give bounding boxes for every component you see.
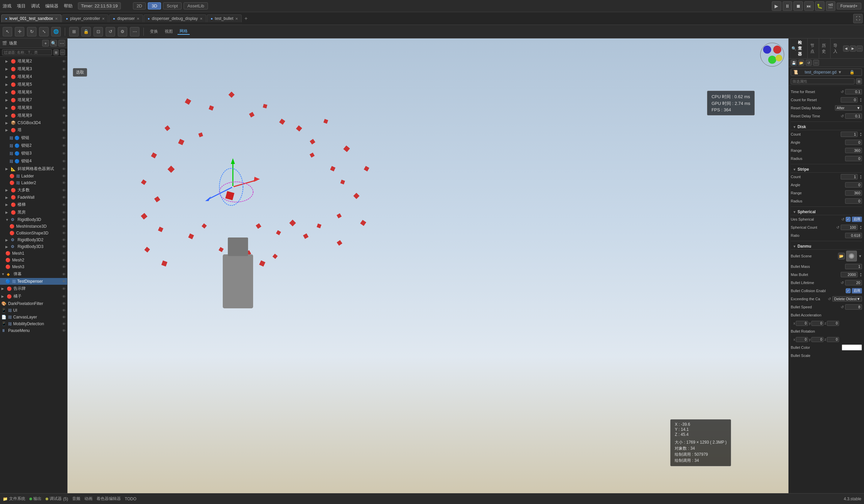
local-btn[interactable]: 🌐 xyxy=(51,27,61,36)
list-item[interactable]: ⛓🔵锁链4👁 xyxy=(0,157,67,165)
group-btn[interactable]: ⊡ xyxy=(94,27,103,36)
import-tab-label[interactable]: 导入 xyxy=(833,43,839,54)
spherical-count-spin[interactable]: ▲▼ xyxy=(860,225,862,230)
list-item[interactable]: ▶🔴告示牌👁 xyxy=(0,285,67,293)
list-item[interactable]: 🔴Mesh2👁 xyxy=(0,257,67,263)
inspector-tab-label[interactable]: 检查器 xyxy=(798,40,805,57)
bullet-speed-value[interactable]: 8 xyxy=(845,304,862,310)
menu-editor[interactable]: 编辑器 xyxy=(45,3,58,9)
use-spherical-checkbox[interactable] xyxy=(846,217,851,222)
list-item-selected[interactable]: 🔵⛓TestDispenser👁 xyxy=(0,278,67,285)
pause-btn[interactable]: ⏸ xyxy=(783,1,792,11)
bullet-color-swatch[interactable] xyxy=(842,344,862,351)
reset-delay-time-value[interactable]: 0.1 xyxy=(845,113,862,119)
stripe-angle-value[interactable]: 0 xyxy=(845,182,862,187)
select-mode-btn[interactable]: ↖ xyxy=(3,27,12,36)
shader-editor-item[interactable]: 着色器编辑器 xyxy=(97,496,121,502)
rot-z-value[interactable]: 0 xyxy=(827,337,839,342)
list-item[interactable]: ▶🔴FadeWall👁 xyxy=(0,194,67,201)
disk-radius-value[interactable]: 0 xyxy=(845,156,862,161)
time-for-reset-value[interactable]: 0.1 xyxy=(845,89,862,95)
view-label[interactable]: 视图 xyxy=(163,29,175,34)
movie-btn[interactable]: 🎬 xyxy=(826,1,835,11)
stripe-count-value[interactable]: 1 xyxy=(841,174,857,180)
spherical-count-value[interactable]: 100 xyxy=(841,225,857,230)
grid-label[interactable]: 网格 xyxy=(178,28,190,35)
bullet-scene-dropdown[interactable]: ▼ xyxy=(858,254,862,258)
tab-bullet-close[interactable]: ✕ xyxy=(235,17,238,21)
reset-delay-mode-value[interactable]: After ▼ xyxy=(835,105,862,111)
scene-options-btn[interactable]: ⋯ xyxy=(58,40,65,47)
tab-dispenser[interactable]: ● dispenser ✕ xyxy=(109,14,143,22)
exceeding-value[interactable]: Delete Oldest ▼ xyxy=(832,296,862,302)
max-bullet-value[interactable]: 2000 xyxy=(841,272,857,277)
inspector-fwd-btn[interactable]: ▶ xyxy=(850,46,856,52)
accel-z-value[interactable]: 0 xyxy=(827,321,839,326)
lifetime-refresh[interactable]: ↺ xyxy=(841,281,844,285)
list-item[interactable]: ▶🔴塔👁 xyxy=(0,126,67,134)
tab-player-close[interactable]: ✕ xyxy=(102,17,105,21)
history-tab-label[interactable]: 历史 xyxy=(822,43,828,54)
assetlib-btn[interactable]: AssetLib xyxy=(184,2,208,10)
list-item[interactable]: ▶🔴塔尾尾6👁 xyxy=(0,88,67,96)
snap-btn[interactable]: ⊞ xyxy=(69,27,79,36)
tab-bullet[interactable]: ● test_bullet ✕ xyxy=(207,14,242,22)
list-item[interactable]: 🔴MeshInstance3D👁 xyxy=(0,223,67,230)
tab-debug-close[interactable]: ✕ xyxy=(200,17,203,21)
spherical-count-refresh[interactable]: ↺ xyxy=(836,225,839,230)
list-item[interactable]: ⛓🔵锁链3👁 xyxy=(0,149,67,157)
tab-debug[interactable]: ● dispenser_debug_display ✕ xyxy=(144,14,206,22)
list-item[interactable]: 🔴⛓Ladder👁 xyxy=(0,173,67,180)
node-tab-label[interactable]: 节点 xyxy=(810,43,816,54)
list-item[interactable]: 📱⛓MobilityDetection👁 xyxy=(0,320,67,327)
tab-dispenser-close[interactable]: ✕ xyxy=(137,17,140,21)
rot-x-value[interactable]: 0 xyxy=(796,337,808,342)
bullet-scene-load-btn[interactable]: 📂 xyxy=(838,253,845,259)
forward-plus-btn[interactable]: Forward+ xyxy=(837,3,861,10)
list-item[interactable]: ▶🔴塔尾尾8👁 xyxy=(0,104,67,112)
transform-label[interactable]: 变换 xyxy=(148,29,160,34)
list-item[interactable]: ▼◆弹幕👁 xyxy=(0,270,67,278)
tab-player[interactable]: ● player_controller ✕ xyxy=(62,14,108,22)
list-item[interactable]: 📱⛓UI👁 xyxy=(0,307,67,314)
menu-project[interactable]: 项目 xyxy=(17,3,26,9)
rotate-btn[interactable]: ↻ xyxy=(27,27,36,36)
list-item[interactable]: ▶⚙RigidBody3D2👁 xyxy=(0,236,67,243)
time-refresh-btn[interactable]: ↺ xyxy=(841,90,844,94)
list-item[interactable]: ▶🔴塔尾尾2👁 xyxy=(0,57,67,65)
debug-btn[interactable]: 🐛 xyxy=(815,1,825,11)
list-item[interactable]: ▶📐斜坡网格着色器测试👁 xyxy=(0,165,67,173)
scene-filter-input[interactable] xyxy=(2,49,52,55)
list-item[interactable]: ▶🔴塔尾尾5👁 xyxy=(0,81,67,88)
audio-item[interactable]: 音频 xyxy=(72,496,80,502)
filter-btn[interactable]: 🔍 xyxy=(50,40,57,47)
disk-count-value[interactable]: 1 xyxy=(841,132,857,137)
list-item[interactable]: ⛓🔵锁链👁 xyxy=(0,134,67,142)
filter-options-btn[interactable]: ⊞ xyxy=(53,49,59,55)
list-item[interactable]: ▶⚙RigidBody3D3👁 xyxy=(0,243,67,250)
add-tab-btn[interactable]: + xyxy=(242,15,249,22)
scale-btn[interactable]: ⤡ xyxy=(39,27,49,36)
script-selector[interactable]: 📜 test_dispenser.gd ▼ 🔒 xyxy=(791,69,862,76)
tab-sandbox[interactable]: ● level_001_test_sandbox ✕ xyxy=(1,14,61,22)
disk-count-spin[interactable]: ▲▼ xyxy=(860,132,862,137)
refresh-btn[interactable]: ↺ xyxy=(106,27,115,36)
filter-input[interactable] xyxy=(791,78,854,84)
stripe-count-spin[interactable]: ▲▼ xyxy=(860,174,862,179)
list-item[interactable]: ▶🔴塔尾尾9👁 xyxy=(0,112,67,120)
menu-game[interactable]: 游戏 xyxy=(3,3,11,9)
inspector-back-btn[interactable]: ◀ xyxy=(843,46,849,52)
settings-btn[interactable]: ⚙ xyxy=(118,27,127,36)
add-node-btn[interactable]: + xyxy=(42,40,49,47)
insp-more-btn[interactable]: ⋯ xyxy=(813,60,819,66)
use-spherical-refresh[interactable]: ↺ xyxy=(841,217,844,222)
list-item[interactable]: 📄⛓CanvasLayer👁 xyxy=(0,314,67,320)
bullet-mass-value[interactable]: 1 xyxy=(845,264,862,269)
exceeding-refresh[interactable]: ↺ xyxy=(828,297,831,301)
list-item[interactable]: ▶🔴橘子👁 xyxy=(0,293,67,300)
list-item[interactable]: ▶🔴塔尾尾3👁 xyxy=(0,65,67,73)
count-for-reset-value[interactable]: 0 xyxy=(841,97,857,102)
insp-load-btn[interactable]: 📂 xyxy=(798,60,804,66)
speed-refresh[interactable]: ↺ xyxy=(841,305,844,309)
accel-y-value[interactable]: 0 xyxy=(811,321,824,326)
